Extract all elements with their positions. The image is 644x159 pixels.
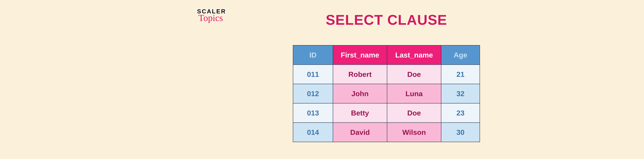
cell-first-name: John [333,84,387,103]
data-table: ID First_name Last_name Age 011 Robert D… [293,45,480,142]
header-id: ID [293,45,333,65]
logo: SCALER Topics [197,8,226,22]
cell-first-name: Robert [333,65,387,84]
page-title: SELECT CLAUSE [326,12,447,28]
cell-age: 21 [441,65,480,84]
cell-last-name: Luna [387,84,441,103]
cell-last-name: Wilson [387,123,441,142]
logo-topics: Topics [198,14,226,22]
header-age: Age [441,45,480,65]
table-row: 013 Betty Doe 23 [293,103,480,123]
table-header-row: ID First_name Last_name Age [293,45,480,65]
header-first-name: First_name [333,45,387,65]
cell-age: 32 [441,84,480,103]
cell-id: 014 [293,123,333,142]
table-row: 014 David Wilson 30 [293,123,480,142]
table-row: 011 Robert Doe 21 [293,65,480,84]
header-last-name: Last_name [387,45,441,65]
cell-age: 23 [441,103,480,123]
cell-last-name: Doe [387,65,441,84]
cell-last-name: Doe [387,103,441,123]
cell-id: 012 [293,84,333,103]
cell-age: 30 [441,123,480,142]
cell-first-name: Betty [333,103,387,123]
table-container: ID First_name Last_name Age 011 Robert D… [293,45,480,142]
cell-id: 013 [293,103,333,123]
cell-first-name: David [333,123,387,142]
cell-id: 011 [293,65,333,84]
table-row: 012 John Luna 32 [293,84,480,103]
